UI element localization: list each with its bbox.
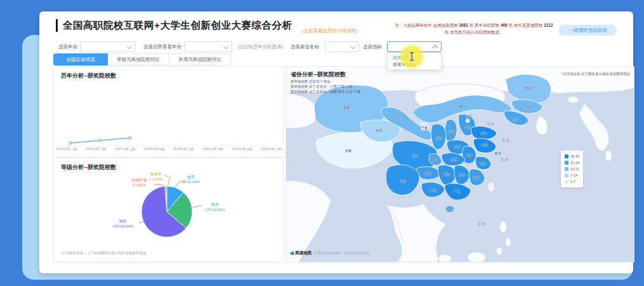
year-select[interactable] [80, 41, 136, 52]
province-label-辽宁[interactable]: 辽宁 [513, 118, 519, 121]
province-label-重庆[interactable]: 重庆 [432, 158, 438, 161]
trend-select-label: 选择趋势查看年份 [143, 44, 181, 50]
province-label-海南[interactable]: 海南 [447, 207, 453, 211]
province-label-黑龙江[interactable]: 黑龙江 [525, 86, 535, 90]
province-label-山东[interactable]: 山东 [480, 131, 487, 135]
map-title: 省份分析--获奖院校数 [291, 71, 361, 79]
province-label-内蒙古[interactable]: 内蒙古 [457, 104, 466, 108]
province-label-吉林[interactable]: 吉林 [525, 105, 532, 109]
note-number: 2212 [544, 23, 553, 27]
province-label-湖南[interactable]: 湖南 [444, 172, 450, 176]
screenshot-root: 全国高职院校互联网+大学生创新创业大赛综合分析 (点击查看此页统计项说明) 注：… [0, 0, 644, 286]
award-level-pie-panel: 等级分析--获奖院校数 金奖78 11.24% 银奖173 24.93% 铜奖4… [53, 158, 284, 262]
stats-help-link[interactable]: (点击查看此页统计项说明) [302, 28, 358, 34]
tab-award-compare[interactable]: 奖项与其他院校对比 [169, 53, 231, 65]
province-label-北京[interactable]: 北京 [466, 114, 472, 118]
province-label-西藏[interactable]: 西藏 [345, 149, 352, 153]
map-subtitle: 获奖院校数 后三名省份：西藏,青海,北京,宁夏 [291, 89, 361, 94]
line-chart-title: 历年分析--获奖院校数 [61, 72, 116, 80]
province-label-浙江[interactable]: 浙江 [480, 161, 487, 165]
province-label-四川[interactable]: 四川 [412, 154, 418, 158]
legend-item: 0-7 [565, 179, 579, 185]
tab-bar: 全国总体情况 学校与其他院校对比 奖项与其他院校对比 [53, 53, 231, 64]
province-label-广东[interactable]: 广东 [454, 189, 460, 193]
legend-item: 7-14 [565, 172, 579, 179]
legend-swatch [565, 174, 568, 177]
x-axis-label: 2022年(第八届) [261, 147, 281, 151]
pie-label-bronze: 铜奖434 62.54% [108, 219, 138, 229]
trend-year-select[interactable] [184, 41, 232, 52]
chevron-down-icon [350, 44, 355, 49]
tab-national-overview[interactable]: 全国总体情况 [53, 53, 108, 65]
province-label-陕西[interactable]: 陕西 [436, 136, 442, 140]
x-axis-labels: 2015年(第一届)2016年(第二届)2017年(第三届)2018年(第四届)… [56, 147, 282, 151]
line-data-point[interactable] [69, 142, 72, 144]
trend-note: (仅控制历年分析图表) [237, 44, 284, 50]
yearly-line-chart-panel: 历年分析--获奖院校数 2015年(第一届)2016年(第二届)2017年(第三… [53, 66, 284, 158]
province-label-新疆[interactable]: 新疆 [343, 106, 350, 109]
pie-leader-line [154, 184, 164, 186]
amap-logo-icon: ◀ [289, 250, 294, 256]
legend-swatch [565, 154, 568, 158]
note-number: 2681 [459, 23, 468, 27]
legend-range-label: 28-35 [570, 154, 579, 158]
pie-label-silver: 银奖173 24.93% [200, 203, 230, 212]
pie-label-group: 集体奖2 0.29% [147, 172, 166, 182]
clear-linkage-button[interactable]: 一键清除当前联动 [558, 25, 617, 36]
map-note: *点击省份名,左方图表显示相应省份获奖情况 [562, 72, 630, 76]
legend-item: 28-35 [565, 153, 579, 160]
province-label-安徽[interactable]: 安徽 [466, 153, 473, 157]
province-label-湖北[interactable]: 湖北 [450, 158, 457, 161]
map-subtitle: 获奖院校数 涉及31个省份 [291, 79, 361, 84]
province-label-江苏[interactable]: 江苏 [482, 143, 488, 147]
chevron-down-icon [223, 44, 228, 49]
legend-range-label: 14-21 [570, 167, 579, 171]
x-axis-label: 2019年(第五届) [173, 147, 194, 151]
map-legend: 28-3521-2814-217-140-7 [561, 151, 583, 187]
header-note: 注：当前选择年份中,全国涉及院校 2681 所,其中高职院校 469 所,本科及… [392, 22, 556, 36]
x-axis-label: 2017年(第三届) [115, 147, 135, 151]
pie-footnote: *点击获奖等级，上方和右侧图表显示相应等级获奖情况 [61, 251, 146, 255]
legend-item: 14-21 [565, 166, 579, 172]
legend-swatch [565, 161, 568, 165]
legend-range-label: 21-28 [570, 161, 579, 165]
province-label-上海[interactable]: 上海 [495, 151, 501, 155]
text-cursor-icon [409, 52, 415, 61]
sea-label-东海: 东海 [501, 158, 509, 162]
line-data-point[interactable] [99, 139, 102, 142]
province-label-甘肃[interactable]: 甘肃 [395, 116, 401, 119]
province-label-贵州[interactable]: 贵州 [425, 172, 431, 175]
x-axis-label: 2018年(第四届) [144, 147, 164, 151]
legend-range-label: 0-7 [570, 180, 575, 184]
province-map-panel: 新疆西藏青海甘肃宁夏陕西内蒙古黑龙江吉林辽宁河北北京山西山东河南江苏上海安徽浙江… [286, 66, 634, 262]
province-label-云南[interactable]: 云南 [400, 179, 406, 183]
chevron-up-icon [433, 45, 438, 50]
province-label-河南[interactable]: 河南 [454, 145, 461, 149]
province-label-宁夏[interactable]: 宁夏 [421, 126, 428, 130]
pie-chart-title: 等级分析--获奖院校数 [61, 163, 116, 172]
chevron-down-icon [127, 44, 132, 49]
dashboard-card: 全国高职院校互联网+大学生创新创业大赛综合分析 (点击查看此页统计项说明) 注：… [39, 11, 633, 273]
x-axis-label: 2020年(第六届) [202, 147, 223, 151]
pie-leader-line [139, 222, 144, 223]
province-label-青海[interactable]: 青海 [376, 128, 382, 132]
cursor-highlight [401, 46, 423, 67]
province-label-山西[interactable]: 山西 [449, 129, 455, 133]
map-attribution: ◀ 高德地图 © 2023 AutoNavi - GS(2021)6375号 [289, 250, 370, 256]
province-label-河北[interactable]: 河北 [464, 125, 471, 129]
map-copyright: © 2023 AutoNavi - GS(2021)6375号 [314, 251, 370, 255]
page-title: 全国高职院校互联网+大学生创新创业大赛综合分析 [56, 19, 292, 32]
pie-label-gold: 金奖78 11.24% [178, 175, 204, 184]
track-select[interactable] [325, 41, 359, 52]
x-axis-label: 2016年(第二届) [86, 147, 106, 151]
tab-school-compare[interactable]: 学校与其他院校对比 [108, 53, 169, 65]
province-label-江西[interactable]: 江西 [459, 173, 465, 177]
track-select-label: 选择赛道名称 [291, 44, 319, 50]
province-label-广西[interactable]: 广西 [430, 188, 436, 192]
line-data-point[interactable] [129, 137, 131, 139]
province-label-福建[interactable]: 福建 [473, 175, 480, 179]
amap-name: 高德地图 [295, 250, 312, 256]
year-select-label: 选择年份 [58, 44, 77, 50]
legend-swatch [565, 167, 568, 171]
map-subtitle: 获奖院校数 前三名省份：江苏,广东,山东 [291, 84, 361, 89]
